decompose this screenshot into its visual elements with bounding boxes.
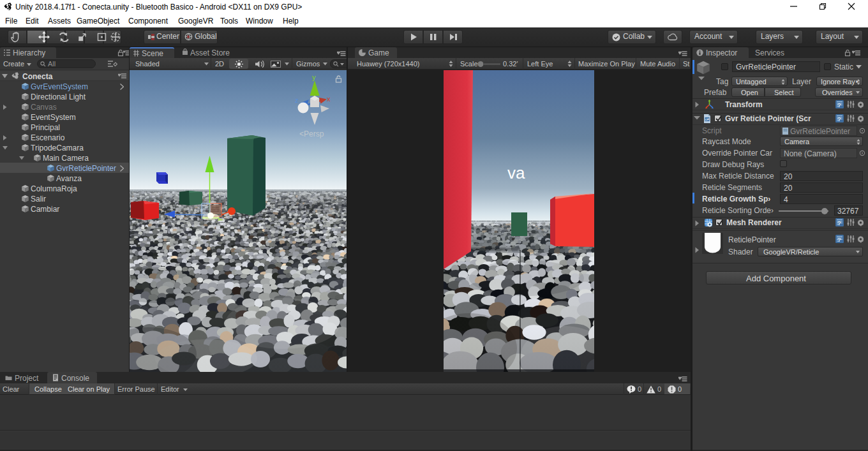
svg-text:y: y (312, 73, 316, 81)
svg-text:z: z (295, 96, 299, 104)
svg-text:?: ? (837, 102, 841, 108)
svg-text:x: x (327, 95, 331, 103)
svg-text:?: ? (837, 237, 841, 243)
svg-text:?: ? (837, 116, 841, 122)
svg-text:?: ? (837, 220, 841, 226)
svg-text:c#: c# (705, 117, 710, 121)
